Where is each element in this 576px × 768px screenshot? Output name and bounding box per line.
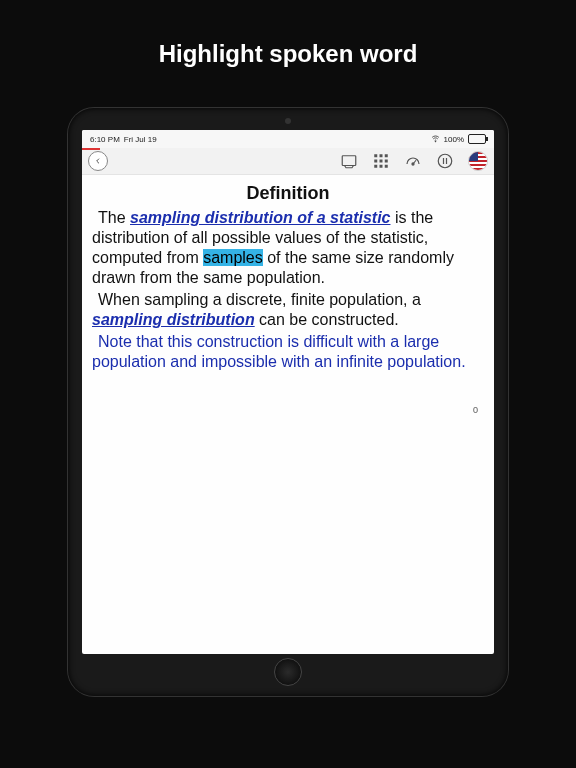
status-time: 6:10 PM <box>90 135 120 144</box>
wifi-icon <box>431 134 440 145</box>
svg-rect-1 <box>342 156 356 166</box>
svg-rect-6 <box>380 160 383 163</box>
status-right: 100% <box>431 134 486 145</box>
camera-dot <box>285 118 291 124</box>
svg-rect-4 <box>385 154 388 157</box>
back-button[interactable] <box>88 151 108 171</box>
term-sampling-distribution-of-a-statistic: sampling distribution of a statistic <box>130 209 390 226</box>
progress-indicator <box>82 148 100 150</box>
text: can be constructed. <box>255 311 399 328</box>
svg-rect-10 <box>385 165 388 168</box>
display-icon[interactable] <box>340 152 358 170</box>
status-date: Fri Jul 19 <box>124 135 157 144</box>
speed-icon[interactable] <box>404 152 422 170</box>
flag-icon[interactable] <box>468 151 488 171</box>
page-title: Definition <box>92 183 484 204</box>
tablet-mockup: 6:10 PM Fri Jul 19 100% <box>0 108 576 696</box>
term-sampling-distribution: sampling distribution <box>92 311 255 328</box>
svg-rect-9 <box>380 165 383 168</box>
toolbar <box>82 148 494 175</box>
status-left: 6:10 PM Fri Jul 19 <box>90 135 157 144</box>
highlighted-word: samples <box>203 249 263 266</box>
grid-icon[interactable] <box>372 152 390 170</box>
document-content: Definition The sampling distribution of … <box>82 175 494 654</box>
svg-point-0 <box>435 141 436 142</box>
battery-icon <box>468 134 486 144</box>
svg-rect-5 <box>374 160 377 163</box>
text: When sampling a discrete, finite populat… <box>98 291 421 308</box>
tablet-frame: 6:10 PM Fri Jul 19 100% <box>68 108 508 696</box>
pause-icon[interactable] <box>436 152 454 170</box>
paragraph-1: The sampling distribution of a statistic… <box>92 208 484 288</box>
svg-rect-7 <box>385 160 388 163</box>
text: The <box>98 209 130 226</box>
battery-percent: 100% <box>444 135 464 144</box>
home-button[interactable] <box>274 658 302 686</box>
svg-point-11 <box>412 163 414 165</box>
slide-index: 0 <box>473 405 478 415</box>
svg-point-12 <box>438 154 452 168</box>
status-bar: 6:10 PM Fri Jul 19 100% <box>82 130 494 148</box>
paragraph-2: When sampling a discrete, finite populat… <box>92 290 484 330</box>
screen: 6:10 PM Fri Jul 19 100% <box>82 130 494 654</box>
svg-rect-8 <box>374 165 377 168</box>
svg-rect-3 <box>380 154 383 157</box>
note-paragraph: Note that this construction is difficult… <box>92 332 484 373</box>
toolbar-icons <box>340 151 488 171</box>
svg-rect-2 <box>374 154 377 157</box>
promo-caption: Highlight spoken word <box>0 0 576 68</box>
